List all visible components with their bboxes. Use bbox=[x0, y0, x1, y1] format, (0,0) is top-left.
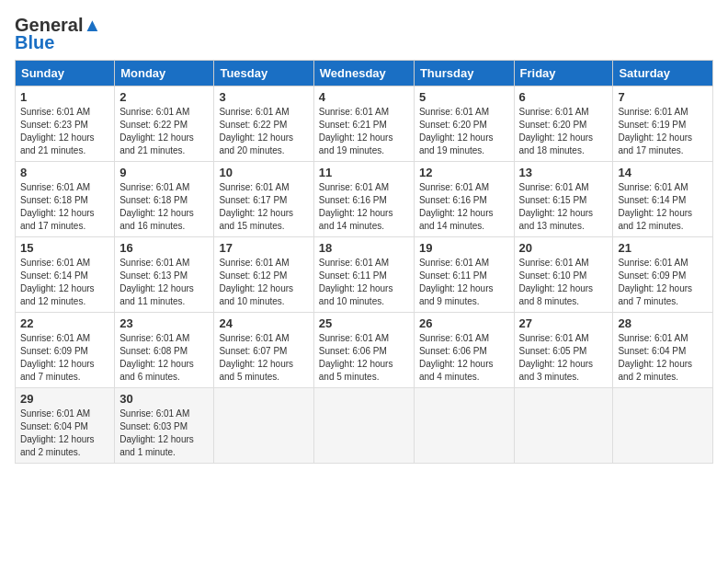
day-number: 12 bbox=[419, 166, 509, 179]
day-info: Sunrise: 6:01 AM Sunset: 6:16 PM Dayligh… bbox=[419, 181, 509, 233]
day-info: Sunrise: 6:01 AM Sunset: 6:16 PM Dayligh… bbox=[319, 181, 409, 233]
day-number: 14 bbox=[618, 166, 708, 179]
day-number: 18 bbox=[319, 241, 409, 255]
calendar-cell: 22Sunrise: 6:01 AM Sunset: 6:09 PM Dayli… bbox=[16, 312, 115, 387]
day-info: Sunrise: 6:01 AM Sunset: 6:18 PM Dayligh… bbox=[20, 181, 109, 233]
day-info: Sunrise: 6:01 AM Sunset: 6:17 PM Dayligh… bbox=[219, 181, 308, 233]
day-number: 19 bbox=[419, 241, 509, 255]
calendar-cell: 15Sunrise: 6:01 AM Sunset: 6:14 PM Dayli… bbox=[16, 236, 115, 312]
day-number: 30 bbox=[119, 392, 209, 406]
calendar-cell bbox=[514, 387, 613, 463]
day-number: 2 bbox=[119, 90, 209, 104]
calendar-cell: 11Sunrise: 6:01 AM Sunset: 6:16 PM Dayli… bbox=[313, 161, 414, 236]
calendar-cell: 3Sunrise: 6:01 AM Sunset: 6:22 PM Daylig… bbox=[214, 86, 313, 161]
calendar-header-row: SundayMondayTuesdayWednesdayThursdayFrid… bbox=[16, 60, 713, 86]
calendar-cell: 28Sunrise: 6:01 AM Sunset: 6:04 PM Dayli… bbox=[613, 312, 713, 387]
day-number: 4 bbox=[319, 90, 409, 104]
day-number: 24 bbox=[219, 316, 308, 330]
day-info: Sunrise: 6:01 AM Sunset: 6:15 PM Dayligh… bbox=[519, 181, 609, 233]
calendar-cell: 25Sunrise: 6:01 AM Sunset: 6:06 PM Dayli… bbox=[313, 312, 414, 387]
day-number: 16 bbox=[119, 241, 209, 255]
day-info: Sunrise: 6:01 AM Sunset: 6:22 PM Dayligh… bbox=[219, 106, 308, 157]
calendar-cell: 29Sunrise: 6:01 AM Sunset: 6:04 PM Dayli… bbox=[16, 387, 115, 463]
calendar-cell: 4Sunrise: 6:01 AM Sunset: 6:21 PM Daylig… bbox=[313, 86, 414, 161]
day-number: 15 bbox=[20, 241, 109, 255]
day-info: Sunrise: 6:01 AM Sunset: 6:14 PM Dayligh… bbox=[618, 181, 708, 233]
calendar-cell: 1Sunrise: 6:01 AM Sunset: 6:23 PM Daylig… bbox=[16, 86, 115, 161]
day-info: Sunrise: 6:01 AM Sunset: 6:20 PM Dayligh… bbox=[519, 106, 609, 157]
calendar-week-2: 8Sunrise: 6:01 AM Sunset: 6:18 PM Daylig… bbox=[16, 161, 713, 236]
day-info: Sunrise: 6:01 AM Sunset: 6:06 PM Dayligh… bbox=[419, 332, 509, 384]
calendar-cell: 26Sunrise: 6:01 AM Sunset: 6:06 PM Dayli… bbox=[414, 312, 514, 387]
day-number: 13 bbox=[519, 166, 609, 179]
day-number: 10 bbox=[219, 166, 308, 179]
calendar-cell: 7Sunrise: 6:01 AM Sunset: 6:19 PM Daylig… bbox=[613, 86, 713, 161]
calendar-cell bbox=[313, 387, 414, 463]
calendar-table: SundayMondayTuesdayWednesdayThursdayFrid… bbox=[15, 60, 713, 464]
day-info: Sunrise: 6:01 AM Sunset: 6:04 PM Dayligh… bbox=[20, 408, 109, 459]
day-info: Sunrise: 6:01 AM Sunset: 6:13 PM Dayligh… bbox=[119, 257, 209, 308]
day-info: Sunrise: 6:01 AM Sunset: 6:04 PM Dayligh… bbox=[618, 332, 708, 384]
calendar-cell bbox=[613, 387, 713, 463]
day-info: Sunrise: 6:01 AM Sunset: 6:22 PM Dayligh… bbox=[119, 106, 209, 157]
day-number: 11 bbox=[319, 166, 409, 179]
day-number: 9 bbox=[119, 166, 209, 179]
day-info: Sunrise: 6:01 AM Sunset: 6:05 PM Dayligh… bbox=[519, 332, 609, 384]
logo-blue: Blue bbox=[15, 32, 101, 52]
calendar-cell: 24Sunrise: 6:01 AM Sunset: 6:07 PM Dayli… bbox=[214, 312, 313, 387]
calendar-cell: 12Sunrise: 6:01 AM Sunset: 6:16 PM Dayli… bbox=[414, 161, 514, 236]
day-number: 27 bbox=[519, 316, 609, 330]
day-number: 23 bbox=[119, 316, 209, 330]
calendar-cell: 6Sunrise: 6:01 AM Sunset: 6:20 PM Daylig… bbox=[514, 86, 613, 161]
calendar-cell: 14Sunrise: 6:01 AM Sunset: 6:14 PM Dayli… bbox=[613, 161, 713, 236]
calendar-cell: 13Sunrise: 6:01 AM Sunset: 6:15 PM Dayli… bbox=[514, 161, 613, 236]
col-header-friday: Friday bbox=[514, 60, 613, 86]
calendar-cell: 10Sunrise: 6:01 AM Sunset: 6:17 PM Dayli… bbox=[214, 161, 313, 236]
day-number: 20 bbox=[519, 241, 609, 255]
calendar-cell: 19Sunrise: 6:01 AM Sunset: 6:11 PM Dayli… bbox=[414, 236, 514, 312]
day-number: 1 bbox=[20, 90, 109, 104]
day-info: Sunrise: 6:01 AM Sunset: 6:21 PM Dayligh… bbox=[319, 106, 409, 157]
day-number: 25 bbox=[319, 316, 409, 330]
day-info: Sunrise: 6:01 AM Sunset: 6:19 PM Dayligh… bbox=[618, 106, 708, 157]
day-number: 7 bbox=[618, 90, 708, 104]
calendar-cell: 5Sunrise: 6:01 AM Sunset: 6:20 PM Daylig… bbox=[414, 86, 514, 161]
col-header-sunday: Sunday bbox=[16, 60, 115, 86]
col-header-tuesday: Tuesday bbox=[214, 60, 313, 86]
col-header-monday: Monday bbox=[115, 60, 214, 86]
calendar-cell: 30Sunrise: 6:01 AM Sunset: 6:03 PM Dayli… bbox=[115, 387, 214, 463]
col-header-wednesday: Wednesday bbox=[313, 60, 414, 86]
day-number: 3 bbox=[219, 90, 308, 104]
page-header: General▲ Blue bbox=[15, 15, 713, 52]
day-info: Sunrise: 6:01 AM Sunset: 6:09 PM Dayligh… bbox=[618, 257, 708, 308]
calendar-cell: 8Sunrise: 6:01 AM Sunset: 6:18 PM Daylig… bbox=[16, 161, 115, 236]
day-number: 17 bbox=[219, 241, 308, 255]
day-info: Sunrise: 6:01 AM Sunset: 6:11 PM Dayligh… bbox=[319, 257, 409, 308]
calendar-cell: 23Sunrise: 6:01 AM Sunset: 6:08 PM Dayli… bbox=[115, 312, 214, 387]
day-info: Sunrise: 6:01 AM Sunset: 6:03 PM Dayligh… bbox=[119, 408, 209, 459]
day-info: Sunrise: 6:01 AM Sunset: 6:12 PM Dayligh… bbox=[219, 257, 308, 308]
day-number: 5 bbox=[419, 90, 509, 104]
day-info: Sunrise: 6:01 AM Sunset: 6:07 PM Dayligh… bbox=[219, 332, 308, 384]
calendar-week-3: 15Sunrise: 6:01 AM Sunset: 6:14 PM Dayli… bbox=[16, 236, 713, 312]
day-number: 8 bbox=[20, 166, 109, 179]
calendar-week-1: 1Sunrise: 6:01 AM Sunset: 6:23 PM Daylig… bbox=[16, 86, 713, 161]
col-header-thursday: Thursday bbox=[414, 60, 514, 86]
day-info: Sunrise: 6:01 AM Sunset: 6:18 PM Dayligh… bbox=[119, 181, 209, 233]
logo: General▲ Blue bbox=[15, 15, 101, 52]
day-info: Sunrise: 6:01 AM Sunset: 6:09 PM Dayligh… bbox=[20, 332, 109, 384]
day-info: Sunrise: 6:01 AM Sunset: 6:08 PM Dayligh… bbox=[119, 332, 209, 384]
day-number: 28 bbox=[618, 316, 708, 330]
calendar-cell: 20Sunrise: 6:01 AM Sunset: 6:10 PM Dayli… bbox=[514, 236, 613, 312]
day-info: Sunrise: 6:01 AM Sunset: 6:10 PM Dayligh… bbox=[519, 257, 609, 308]
calendar-cell bbox=[414, 387, 514, 463]
day-number: 22 bbox=[20, 316, 109, 330]
calendar-cell: 2Sunrise: 6:01 AM Sunset: 6:22 PM Daylig… bbox=[115, 86, 214, 161]
calendar-week-5: 29Sunrise: 6:01 AM Sunset: 6:04 PM Dayli… bbox=[16, 387, 713, 463]
day-info: Sunrise: 6:01 AM Sunset: 6:06 PM Dayligh… bbox=[319, 332, 409, 384]
day-info: Sunrise: 6:01 AM Sunset: 6:14 PM Dayligh… bbox=[20, 257, 109, 308]
day-number: 29 bbox=[20, 392, 109, 406]
calendar-cell: 27Sunrise: 6:01 AM Sunset: 6:05 PM Dayli… bbox=[514, 312, 613, 387]
calendar-week-4: 22Sunrise: 6:01 AM Sunset: 6:09 PM Dayli… bbox=[16, 312, 713, 387]
calendar-cell: 17Sunrise: 6:01 AM Sunset: 6:12 PM Dayli… bbox=[214, 236, 313, 312]
